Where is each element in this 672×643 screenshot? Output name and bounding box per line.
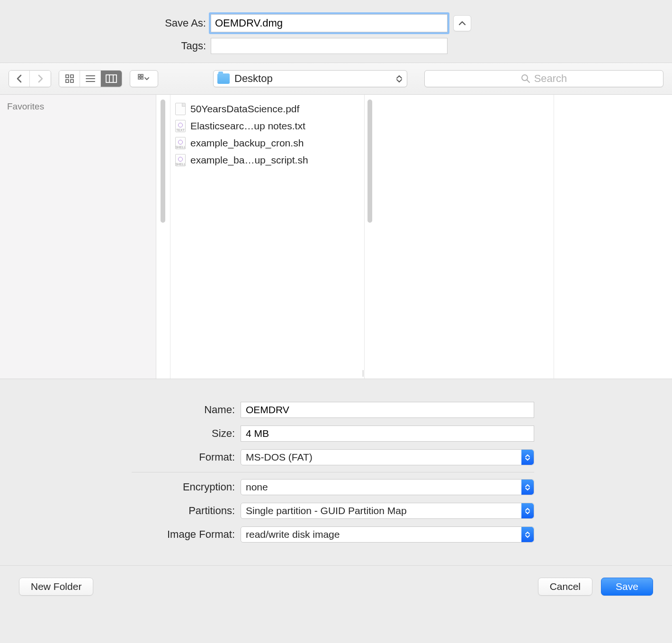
opt-name-label: Name: bbox=[9, 404, 241, 416]
view-icon-button[interactable] bbox=[59, 71, 80, 87]
new-folder-button[interactable]: New Folder bbox=[19, 578, 93, 596]
opt-name-input[interactable] bbox=[241, 402, 534, 418]
sidebar: Favorites bbox=[0, 95, 156, 379]
svg-rect-7 bbox=[106, 75, 116, 82]
opt-encryption-value: none bbox=[246, 481, 268, 493]
finder-toolbar: Desktop Search bbox=[0, 63, 672, 95]
save-header: Save As: Tags: bbox=[0, 0, 672, 63]
options-divider bbox=[132, 472, 534, 472]
file-icon: SHELL bbox=[175, 154, 186, 166]
svg-point-14 bbox=[522, 75, 528, 81]
chevron-right-icon bbox=[37, 74, 44, 83]
opt-format-row: Format: MS-DOS (FAT) bbox=[9, 445, 663, 469]
file-icon bbox=[175, 103, 186, 115]
file-icon: TEXT bbox=[175, 120, 186, 132]
svg-rect-11 bbox=[141, 74, 143, 76]
tags-row: Tags: bbox=[0, 38, 672, 54]
tags-input[interactable] bbox=[211, 38, 448, 54]
opt-name-row: Name: bbox=[9, 398, 663, 422]
save-as-label: Save As: bbox=[0, 17, 211, 29]
file-row[interactable]: TEXT Elasticsearc…up notes.txt bbox=[175, 118, 362, 135]
file-name: Elasticsearc…up notes.txt bbox=[190, 120, 305, 132]
opt-partitions-select[interactable]: Single partition - GUID Partition Map bbox=[241, 503, 534, 519]
save-as-input[interactable] bbox=[211, 14, 448, 32]
file-icon: SHELL bbox=[175, 137, 186, 149]
opt-format-value: MS-DOS (FAT) bbox=[246, 452, 313, 463]
search-icon bbox=[521, 74, 530, 83]
svg-rect-12 bbox=[138, 77, 140, 79]
arrange-button[interactable] bbox=[130, 70, 158, 87]
select-arrows-icon bbox=[521, 480, 534, 495]
cancel-label: Cancel bbox=[550, 581, 581, 592]
nav-back-button[interactable] bbox=[9, 71, 30, 87]
opt-size-input[interactable] bbox=[241, 426, 534, 442]
opt-encryption-label: Encryption: bbox=[9, 481, 241, 493]
chevron-up-icon bbox=[459, 21, 466, 26]
select-arrows-icon bbox=[521, 450, 534, 465]
options-panel: Name: Size: Format: MS-DOS (FAT) Encrypt… bbox=[0, 379, 672, 566]
file-row[interactable]: SHELL example_ba…up_script.sh bbox=[175, 152, 362, 169]
chevron-left-icon bbox=[16, 74, 23, 83]
scrollbar[interactable] bbox=[367, 100, 372, 223]
updown-icon bbox=[396, 75, 402, 83]
file-row[interactable]: 50YearsDataScience.pdf bbox=[175, 100, 362, 118]
save-button[interactable]: Save bbox=[601, 578, 653, 596]
column-files[interactable]: 50YearsDataScience.pdf TEXT Elasticsearc… bbox=[170, 95, 365, 379]
opt-encryption-row: Encryption: none bbox=[9, 475, 663, 499]
save-as-row: Save As: bbox=[0, 14, 672, 32]
opt-encryption-select[interactable]: none bbox=[241, 479, 534, 495]
sidebar-favorites-heading: Favorites bbox=[7, 101, 149, 112]
opt-partitions-value: Single partition - GUID Partition Map bbox=[246, 505, 407, 516]
list-icon bbox=[85, 74, 96, 83]
opt-image-format-label: Image Format: bbox=[9, 528, 241, 541]
nav-back-forward bbox=[9, 70, 51, 87]
opt-image-format-value: read/write disk image bbox=[246, 529, 340, 540]
opt-size-label: Size: bbox=[9, 427, 241, 440]
location-label: Desktop bbox=[234, 72, 396, 85]
location-popup[interactable]: Desktop bbox=[213, 70, 407, 87]
svg-rect-1 bbox=[71, 75, 73, 78]
column-empty[interactable] bbox=[365, 95, 554, 379]
new-folder-label: New Folder bbox=[31, 581, 81, 592]
search-input[interactable]: Search bbox=[424, 70, 663, 87]
svg-rect-13 bbox=[141, 77, 143, 79]
view-list-button[interactable] bbox=[80, 71, 101, 87]
search-placeholder: Search bbox=[534, 72, 567, 85]
opt-partitions-row: Partitions: Single partition - GUID Part… bbox=[9, 499, 663, 523]
opt-size-row: Size: bbox=[9, 422, 663, 445]
column-prev[interactable] bbox=[156, 95, 170, 379]
folder-icon bbox=[217, 73, 230, 84]
file-name: 50YearsDataScience.pdf bbox=[190, 103, 299, 115]
grid-icon bbox=[65, 74, 74, 83]
svg-rect-0 bbox=[66, 75, 69, 78]
tags-label: Tags: bbox=[0, 40, 211, 52]
opt-partitions-label: Partitions: bbox=[9, 505, 241, 517]
file-name: example_backup_cron.sh bbox=[190, 137, 304, 149]
save-label: Save bbox=[616, 581, 638, 592]
opt-format-label: Format: bbox=[9, 451, 241, 463]
svg-rect-2 bbox=[66, 80, 69, 82]
opt-format-select[interactable]: MS-DOS (FAT) bbox=[241, 449, 534, 465]
view-column-button[interactable] bbox=[101, 71, 122, 87]
column-empty[interactable] bbox=[554, 95, 672, 379]
column-view: 50YearsDataScience.pdf TEXT Elasticsearc… bbox=[156, 95, 672, 379]
select-arrows-icon bbox=[521, 503, 534, 518]
svg-line-15 bbox=[527, 80, 529, 82]
scrollbar[interactable] bbox=[161, 100, 165, 223]
file-list: 50YearsDataScience.pdf TEXT Elasticsearc… bbox=[170, 95, 364, 169]
svg-rect-10 bbox=[138, 74, 140, 76]
opt-image-format-row: Image Format: read/write disk image bbox=[9, 523, 663, 546]
bottom-bar: New Folder Cancel Save bbox=[0, 566, 672, 607]
opt-image-format-select[interactable]: read/write disk image bbox=[241, 526, 534, 543]
file-browser: Favorites 50YearsDataScience.pdf TEXT El… bbox=[0, 95, 672, 379]
expand-toggle-button[interactable] bbox=[453, 15, 471, 31]
arrange-icon bbox=[138, 74, 150, 83]
svg-rect-3 bbox=[71, 80, 73, 82]
nav-forward-button[interactable] bbox=[30, 71, 51, 87]
file-name: example_ba…up_script.sh bbox=[190, 154, 308, 166]
columns-icon bbox=[106, 74, 117, 83]
view-mode-group bbox=[59, 70, 122, 87]
select-arrows-icon bbox=[521, 527, 534, 542]
cancel-button[interactable]: Cancel bbox=[538, 578, 592, 596]
file-row[interactable]: SHELL example_backup_cron.sh bbox=[175, 135, 362, 152]
